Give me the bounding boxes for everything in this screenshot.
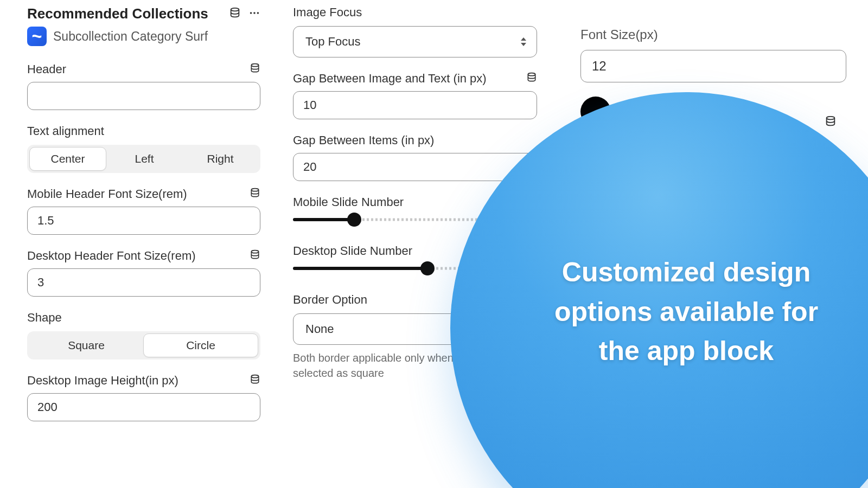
database-icon[interactable] bbox=[250, 374, 260, 387]
text-alignment-label: Text alignment bbox=[27, 124, 260, 138]
svg-point-7 bbox=[251, 375, 258, 378]
gap-items-input[interactable] bbox=[293, 153, 537, 181]
shape-circle[interactable]: Circle bbox=[143, 333, 258, 357]
database-icon[interactable] bbox=[825, 115, 837, 130]
slider-thumb[interactable] bbox=[420, 261, 435, 275]
svg-point-9 bbox=[827, 117, 835, 120]
gap-image-text-label: Gap Between Image and Text (in px) bbox=[293, 72, 487, 86]
gap-items-label: Gap Between Items (in px) bbox=[293, 133, 434, 147]
svg-point-1 bbox=[250, 12, 252, 14]
text-align-left[interactable]: Left bbox=[106, 147, 182, 171]
svg-point-5 bbox=[251, 189, 258, 191]
svg-point-8 bbox=[528, 73, 535, 76]
slider-thumb[interactable] bbox=[347, 213, 361, 227]
promo-overlay-text: Customized design options available for … bbox=[489, 253, 868, 371]
svg-point-6 bbox=[251, 251, 258, 253]
shape-square[interactable]: Square bbox=[29, 333, 143, 357]
image-focus-value: Top Focus bbox=[305, 35, 361, 49]
image-focus-label: Image Focus bbox=[293, 5, 537, 20]
svg-point-3 bbox=[257, 12, 259, 14]
shape-segmented: Square Circle bbox=[27, 331, 260, 359]
header-label: Header bbox=[27, 62, 66, 76]
database-icon[interactable] bbox=[250, 188, 260, 201]
text-alignment-segmented: Center Left Right bbox=[27, 145, 260, 173]
select-caret-icon bbox=[520, 37, 527, 46]
svg-point-0 bbox=[231, 8, 239, 11]
desktop-image-height-input[interactable] bbox=[27, 393, 260, 421]
app-name: Subcollection Category Surf bbox=[53, 29, 208, 44]
font-size-input[interactable] bbox=[580, 50, 846, 82]
mobile-header-font-label: Mobile Header Font Size(rem) bbox=[27, 187, 187, 201]
database-icon[interactable] bbox=[526, 72, 537, 85]
header-input[interactable] bbox=[27, 82, 260, 110]
text-align-right[interactable]: Right bbox=[182, 147, 258, 171]
gap-image-text-input[interactable] bbox=[293, 91, 537, 119]
database-icon[interactable] bbox=[250, 63, 260, 76]
mobile-header-font-input[interactable] bbox=[27, 207, 260, 235]
border-option-value: None bbox=[305, 322, 334, 336]
shape-label: Shape bbox=[27, 311, 260, 325]
text-align-center[interactable]: Center bbox=[29, 147, 106, 171]
svg-point-2 bbox=[253, 12, 256, 14]
font-size-label: Font Size(px) bbox=[580, 27, 846, 42]
desktop-header-font-input[interactable] bbox=[27, 268, 260, 297]
desktop-image-height-label: Desktop Image Height(in px) bbox=[27, 374, 178, 388]
image-focus-select[interactable]: Top Focus bbox=[293, 26, 537, 57]
svg-point-4 bbox=[251, 64, 258, 67]
app-logo-icon bbox=[27, 27, 47, 46]
desktop-header-font-label: Desktop Header Font Size(rem) bbox=[27, 249, 196, 263]
database-icon[interactable] bbox=[229, 7, 241, 21]
database-icon[interactable] bbox=[250, 249, 260, 262]
section-title: Recommended Collections bbox=[27, 5, 208, 22]
more-icon[interactable] bbox=[248, 7, 260, 21]
